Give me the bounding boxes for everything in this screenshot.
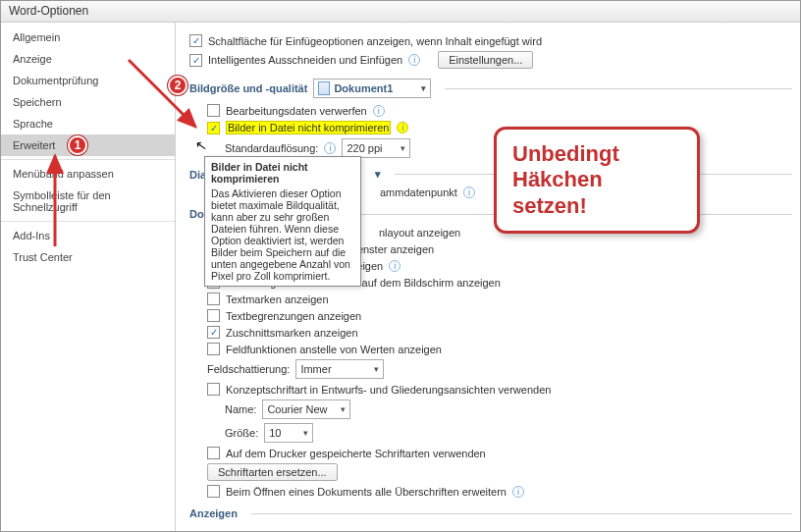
info-icon[interactable]: [408, 54, 420, 66]
chevron-down-icon: ▾: [335, 404, 346, 414]
label-paste-options: Schaltfläche für Einfügeoptionen anzeige…: [208, 35, 542, 47]
label-no-compress-images: Bilder in Datei nicht komprimieren: [226, 121, 391, 134]
label-discard-edit-data: Bearbeitungsdaten verwerfen: [226, 105, 367, 117]
sidebar-item-trust-center[interactable]: Trust Center: [1, 246, 175, 268]
checkbox-doc-5[interactable]: [207, 309, 220, 322]
label-font-name: Name:: [225, 403, 256, 415]
sidebar-item-general[interactable]: Allgemein: [1, 27, 175, 48]
label-field-shading: Feldschattierung:: [207, 363, 290, 375]
chevron-down-icon: ▾: [375, 168, 381, 181]
sidebar-item-display[interactable]: Anzeige: [1, 48, 175, 70]
checkbox-expand-headings[interactable]: [207, 485, 220, 498]
info-icon[interactable]: [463, 186, 475, 198]
options-dialog: Word-Optionen Allgemein Anzeige Dokument…: [0, 0, 801, 532]
category-sidebar: Allgemein Anzeige Dokumentprüfung Speich…: [1, 23, 176, 531]
sidebar-item-customize-ribbon[interactable]: Menüband anpassen: [1, 163, 175, 185]
combo-font-name[interactable]: Courier New ▾: [262, 399, 350, 419]
label-font-size: Größe:: [225, 427, 258, 439]
section-display: Anzeigen: [189, 507, 792, 519]
info-icon[interactable]: [373, 105, 385, 117]
window-title: Word-Optionen: [9, 4, 88, 18]
settings-button[interactable]: Einstellungen...: [438, 51, 533, 69]
document-icon: [318, 81, 330, 95]
combo-field-shading[interactable]: Immer ▾: [295, 359, 384, 379]
combo-default-resolution[interactable]: 220 ppi ▾: [342, 138, 410, 158]
annotation-badge-2: 2: [168, 76, 187, 95]
sidebar-item-save[interactable]: Speichern: [1, 91, 175, 113]
checkbox-printer-fonts[interactable]: [207, 447, 220, 459]
checkbox-paste-options[interactable]: [189, 34, 202, 47]
combo-document-scope-image[interactable]: Dokument1 ▾: [313, 79, 431, 98]
label-default-resolution: Standardauflösung:: [225, 142, 318, 154]
checkbox-doc-6[interactable]: [207, 326, 220, 339]
chevron-down-icon: ▾: [395, 143, 405, 153]
sidebar-item-advanced[interactable]: Erweitert: [1, 134, 175, 156]
sidebar-item-addins[interactable]: Add-Ins: [1, 225, 175, 246]
info-icon[interactable]: [397, 122, 408, 133]
combo-font-size[interactable]: 10 ▾: [264, 423, 313, 443]
sidebar-item-language[interactable]: Sprache: [1, 113, 175, 134]
checkbox-smart-cut-paste[interactable]: [189, 54, 202, 67]
cursor-icon: ↖: [194, 136, 209, 154]
chevron-down-icon: ▾: [297, 428, 308, 438]
checkbox-doc-4[interactable]: [207, 293, 220, 305]
info-icon[interactable]: [512, 486, 524, 498]
info-icon[interactable]: [389, 260, 400, 272]
annotation-badge-1: 1: [68, 135, 87, 155]
label-smart-cut-paste: Intelligentes Ausschneiden und Einfügen: [208, 54, 402, 66]
annotation-callout: Unbedingt Häkchen setzen!: [494, 127, 700, 234]
chevron-down-icon: ▾: [415, 83, 426, 93]
sidebar-item-quick-access[interactable]: Symbolleiste für den Schnellzugriff: [1, 185, 175, 218]
chevron-down-icon: ▾: [368, 364, 379, 374]
info-icon[interactable]: [324, 142, 336, 154]
checkbox-discard-edit-data[interactable]: [207, 104, 220, 117]
tooltip-no-compress: Bilder in Datei nicht komprimieren Das A…: [204, 156, 361, 287]
checkbox-doc-7[interactable]: [207, 343, 220, 355]
replace-fonts-button[interactable]: Schriftarten ersetzen...: [207, 463, 338, 481]
sidebar-item-proofing[interactable]: Dokumentprüfung: [1, 70, 175, 91]
section-image-size: Bildgröße und -qualität Dokument1 ▾: [189, 79, 792, 98]
titlebar: Word-Optionen: [1, 1, 800, 23]
checkbox-concept-font[interactable]: [207, 383, 220, 396]
checkbox-no-compress-images[interactable]: [207, 122, 220, 134]
